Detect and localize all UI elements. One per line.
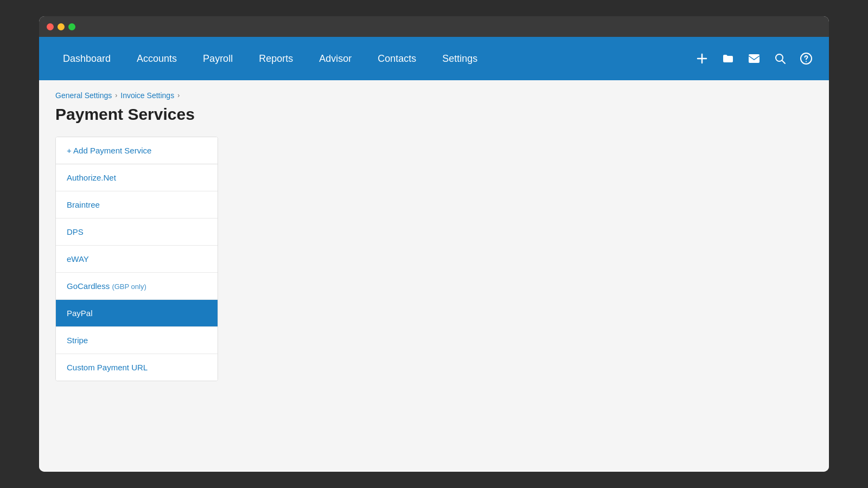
breadcrumb-separator-2: › xyxy=(177,92,180,99)
service-item-dps[interactable]: DPS xyxy=(56,219,218,246)
nav-item-advisor[interactable]: Advisor xyxy=(306,37,365,80)
close-dot[interactable] xyxy=(47,23,54,30)
search-icon[interactable] xyxy=(768,47,792,70)
service-item-stripe[interactable]: Stripe xyxy=(56,327,218,354)
payment-services-list: + Add Payment Service Authorize.Net Brai… xyxy=(55,137,218,381)
breadcrumb-invoice-settings[interactable]: Invoice Settings xyxy=(120,91,174,100)
minimize-dot[interactable] xyxy=(58,23,65,30)
breadcrumb: General Settings › Invoice Settings › xyxy=(55,91,813,100)
nav-item-settings[interactable]: Settings xyxy=(429,37,490,80)
svg-point-3 xyxy=(806,61,807,62)
content-area: General Settings › Invoice Settings › Pa… xyxy=(39,80,829,472)
breadcrumb-general-settings[interactable]: General Settings xyxy=(55,91,112,100)
service-item-authorize-net[interactable]: Authorize.Net xyxy=(56,164,218,191)
service-item-custom-payment-url[interactable]: Custom Payment URL xyxy=(56,354,218,381)
titlebar xyxy=(39,16,829,37)
nav-icons xyxy=(690,47,818,70)
nav-item-payroll[interactable]: Payroll xyxy=(190,37,246,80)
nav-items: Dashboard Accounts Payroll Reports Advis… xyxy=(50,37,690,80)
nav-item-contacts[interactable]: Contacts xyxy=(365,37,429,80)
app-window: Dashboard Accounts Payroll Reports Advis… xyxy=(39,16,829,472)
breadcrumb-separator-1: › xyxy=(115,92,117,99)
service-item-paypal[interactable]: PayPal xyxy=(56,300,218,327)
mail-icon[interactable] xyxy=(742,47,766,70)
help-icon[interactable] xyxy=(794,47,818,70)
navbar: Dashboard Accounts Payroll Reports Advis… xyxy=(39,37,829,80)
add-payment-service-button[interactable]: + Add Payment Service xyxy=(56,137,218,164)
service-item-braintree[interactable]: Braintree xyxy=(56,191,218,219)
nav-item-dashboard[interactable]: Dashboard xyxy=(50,37,124,80)
nav-item-accounts[interactable]: Accounts xyxy=(124,37,190,80)
nav-item-reports[interactable]: Reports xyxy=(246,37,306,80)
maximize-dot[interactable] xyxy=(68,23,75,30)
service-item-gocardless[interactable]: GoCardless (GBP only) xyxy=(56,273,218,300)
page-title: Payment Services xyxy=(55,105,813,124)
add-icon[interactable] xyxy=(690,47,714,70)
folder-icon[interactable] xyxy=(716,47,740,70)
svg-rect-0 xyxy=(749,54,760,63)
service-item-eway[interactable]: eWAY xyxy=(56,246,218,273)
